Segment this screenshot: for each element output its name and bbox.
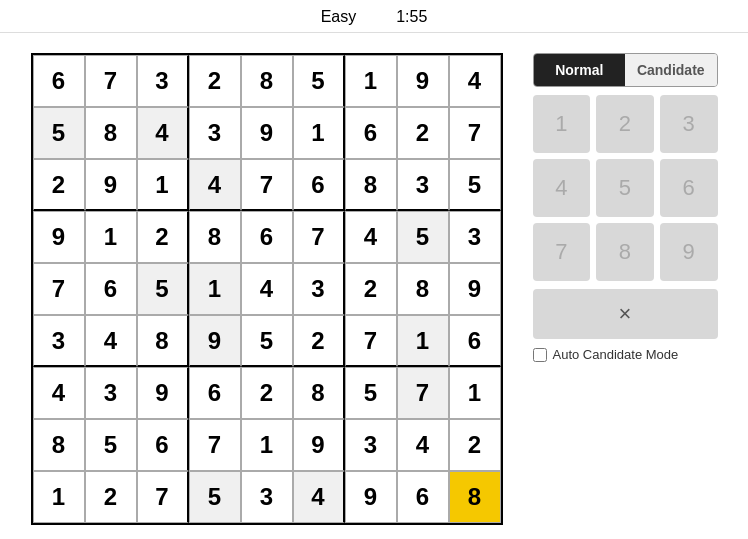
cell[interactable]: 5 xyxy=(345,367,397,419)
numpad-button-6[interactable]: 6 xyxy=(660,159,718,217)
cell[interactable]: 2 xyxy=(241,367,293,419)
cell[interactable]: 8 xyxy=(345,159,397,211)
cell[interactable]: 9 xyxy=(33,211,85,263)
cell[interactable]: 9 xyxy=(85,159,137,211)
cell[interactable]: 7 xyxy=(241,159,293,211)
cell[interactable]: 2 xyxy=(85,471,137,523)
numpad-button-2[interactable]: 2 xyxy=(596,95,654,153)
cell[interactable]: 1 xyxy=(137,159,189,211)
cell[interactable]: 1 xyxy=(85,211,137,263)
cell[interactable]: 5 xyxy=(189,471,241,523)
cell[interactable]: 4 xyxy=(241,263,293,315)
numpad-button-9[interactable]: 9 xyxy=(660,223,718,281)
cell[interactable]: 3 xyxy=(33,315,85,367)
cell[interactable]: 2 xyxy=(397,107,449,159)
cell[interactable]: 6 xyxy=(449,315,501,367)
cell[interactable]: 5 xyxy=(449,159,501,211)
cell[interactable]: 8 xyxy=(293,367,345,419)
cell[interactable]: 4 xyxy=(449,55,501,107)
cell[interactable]: 2 xyxy=(137,211,189,263)
cell[interactable]: 7 xyxy=(449,107,501,159)
cell[interactable]: 6 xyxy=(293,159,345,211)
cell[interactable]: 7 xyxy=(85,55,137,107)
cell[interactable]: 3 xyxy=(293,263,345,315)
cell[interactable]: 6 xyxy=(85,263,137,315)
auto-candidate-label: Auto Candidate Mode xyxy=(553,347,679,362)
cell[interactable]: 3 xyxy=(397,159,449,211)
auto-candidate-row: Auto Candidate Mode xyxy=(533,347,718,362)
normal-mode-button[interactable]: Normal xyxy=(534,54,626,86)
cell[interactable]: 7 xyxy=(345,315,397,367)
cell[interactable]: 4 xyxy=(85,315,137,367)
cell[interactable]: 2 xyxy=(449,419,501,471)
top-bar: Easy 1:55 xyxy=(0,0,748,33)
numpad-button-5[interactable]: 5 xyxy=(596,159,654,217)
cell[interactable]: 1 xyxy=(449,367,501,419)
cell[interactable]: 3 xyxy=(85,367,137,419)
cell[interactable]: 3 xyxy=(241,471,293,523)
cell[interactable]: 6 xyxy=(189,367,241,419)
cell[interactable]: 9 xyxy=(397,55,449,107)
cell[interactable]: 9 xyxy=(241,107,293,159)
cell[interactable]: 2 xyxy=(293,315,345,367)
numpad-button-1[interactable]: 1 xyxy=(533,95,591,153)
numpad-button-8[interactable]: 8 xyxy=(596,223,654,281)
cell[interactable]: 5 xyxy=(85,419,137,471)
cell[interactable]: 4 xyxy=(137,107,189,159)
cell[interactable]: 6 xyxy=(137,419,189,471)
auto-candidate-checkbox[interactable] xyxy=(533,348,547,362)
cell[interactable]: 8 xyxy=(85,107,137,159)
cell[interactable]: 1 xyxy=(241,419,293,471)
cell[interactable]: 5 xyxy=(137,263,189,315)
cell[interactable]: 8 xyxy=(189,211,241,263)
cell[interactable]: 8 xyxy=(397,263,449,315)
difficulty-label: Easy xyxy=(321,8,357,26)
timer-display: 1:55 xyxy=(396,8,427,26)
cell[interactable]: 8 xyxy=(137,315,189,367)
cell[interactable]: 2 xyxy=(189,55,241,107)
cell[interactable]: 8 xyxy=(241,55,293,107)
cell[interactable]: 1 xyxy=(189,263,241,315)
sudoku-grid: 6732851945843916272914768359128674537651… xyxy=(31,53,503,525)
cell[interactable]: 2 xyxy=(345,263,397,315)
cell[interactable]: 6 xyxy=(345,107,397,159)
numpad-button-3[interactable]: 3 xyxy=(660,95,718,153)
cell[interactable]: 1 xyxy=(397,315,449,367)
cell[interactable]: 5 xyxy=(33,107,85,159)
delete-button[interactable]: × xyxy=(533,289,718,339)
cell[interactable]: 4 xyxy=(397,419,449,471)
cell[interactable]: 3 xyxy=(137,55,189,107)
cell[interactable]: 4 xyxy=(293,471,345,523)
cell[interactable]: 6 xyxy=(241,211,293,263)
cell[interactable]: 4 xyxy=(345,211,397,263)
cell[interactable]: 6 xyxy=(33,55,85,107)
candidate-mode-button[interactable]: Candidate xyxy=(625,54,717,86)
cell[interactable]: 7 xyxy=(189,419,241,471)
numpad-button-7[interactable]: 7 xyxy=(533,223,591,281)
cell[interactable]: 1 xyxy=(33,471,85,523)
cell[interactable]: 1 xyxy=(293,107,345,159)
cell[interactable]: 8 xyxy=(449,471,501,523)
cell[interactable]: 6 xyxy=(397,471,449,523)
cell[interactable]: 5 xyxy=(397,211,449,263)
cell[interactable]: 8 xyxy=(33,419,85,471)
cell[interactable]: 9 xyxy=(293,419,345,471)
cell[interactable]: 7 xyxy=(293,211,345,263)
cell[interactable]: 1 xyxy=(345,55,397,107)
cell[interactable]: 4 xyxy=(189,159,241,211)
cell[interactable]: 4 xyxy=(33,367,85,419)
cell[interactable]: 7 xyxy=(397,367,449,419)
cell[interactable]: 7 xyxy=(137,471,189,523)
cell[interactable]: 9 xyxy=(345,471,397,523)
cell[interactable]: 5 xyxy=(241,315,293,367)
cell[interactable]: 3 xyxy=(189,107,241,159)
cell[interactable]: 5 xyxy=(293,55,345,107)
numpad-button-4[interactable]: 4 xyxy=(533,159,591,217)
cell[interactable]: 9 xyxy=(189,315,241,367)
cell[interactable]: 9 xyxy=(137,367,189,419)
cell[interactable]: 7 xyxy=(33,263,85,315)
cell[interactable]: 3 xyxy=(449,211,501,263)
cell[interactable]: 2 xyxy=(33,159,85,211)
cell[interactable]: 3 xyxy=(345,419,397,471)
cell[interactable]: 9 xyxy=(449,263,501,315)
